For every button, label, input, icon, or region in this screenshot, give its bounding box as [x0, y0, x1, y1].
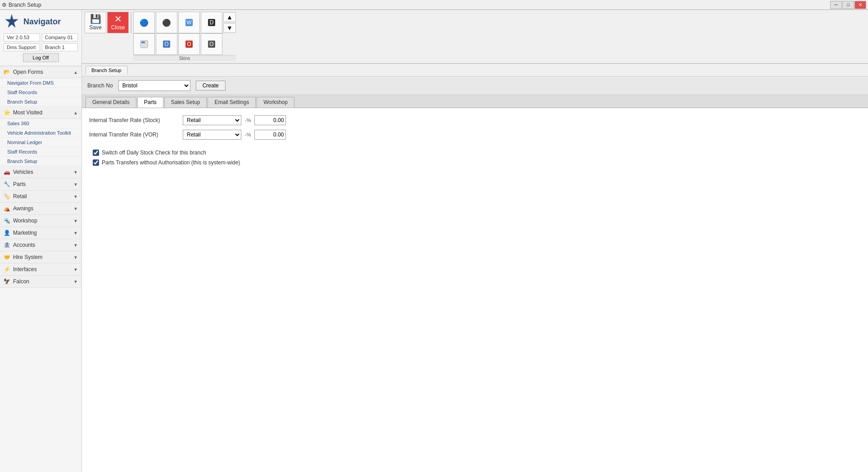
transfer-stock-select[interactable]: Retail Cost Trade: [183, 115, 241, 125]
retail-title: 🏷️ Retail: [4, 193, 27, 200]
hire-system-section[interactable]: 🤝 Hire System ▼: [0, 251, 81, 263]
open-forms-items: Navigator From DMS Staff Records Branch …: [0, 78, 81, 107]
marketing-icon: 👤: [4, 230, 10, 236]
most-visited-section[interactable]: ⭐ Most Visited ▲: [0, 107, 81, 119]
hire-system-title: 🤝 Hire System: [4, 254, 42, 260]
parts-title: 🔧 Parts: [4, 181, 26, 187]
transfer-vor-select[interactable]: Retail Cost Trade: [183, 130, 241, 140]
parts-transfer-checkbox[interactable]: [93, 159, 99, 166]
sidebar-item-vehicle-admin[interactable]: Vehicle Administration Toolkit: [0, 128, 81, 138]
interfaces-title: ⚡ Interfaces: [4, 266, 37, 272]
toolbar: 💾 Save ✕ Close 🔵 ⚫ W: [82, 10, 868, 64]
daily-stock-check-row: Switch off Daily Stock Check for this br…: [89, 150, 861, 156]
svg-rect-6: [141, 41, 145, 43]
title-bar-text: Branch Setup: [9, 2, 41, 8]
tabs-row: General Details Parts Sales Setup Email …: [82, 95, 868, 108]
create-button[interactable]: Create: [196, 81, 226, 91]
skin-btn-8[interactable]: O: [201, 33, 222, 55]
accounts-section[interactable]: 🏦 Accounts ▼: [0, 239, 81, 251]
accounts-icon: 🏦: [4, 242, 10, 248]
sidebar-logo: Navigator: [4, 14, 78, 30]
sidebar-item-sales360[interactable]: Sales 360: [0, 119, 81, 128]
breadcrumb-tab[interactable]: Branch Setup: [86, 66, 127, 74]
close-icon: ✕: [114, 14, 122, 23]
restore-button[interactable]: □: [842, 1, 854, 9]
parts-panel: Internal Transfer Rate (Stock) Retail Co…: [82, 108, 868, 472]
sidebar-item-navigator-from-dms[interactable]: Navigator From DMS: [0, 78, 81, 88]
skin-btn-2[interactable]: ⚫: [156, 12, 177, 33]
interfaces-arrow: ▼: [73, 267, 78, 272]
toolbar-group-main: 💾 Save ✕ Close: [85, 12, 129, 33]
vehicles-arrow: ▼: [73, 170, 78, 175]
transfer-stock-value[interactable]: [254, 115, 286, 125]
skin-scroll-up[interactable]: ▲: [223, 12, 236, 22]
parts-arrow: ▼: [73, 182, 78, 187]
skin-scroll-down[interactable]: ▼: [223, 23, 236, 33]
workshop-icon: 🔩: [4, 218, 10, 224]
transfer-stock-row: Internal Transfer Rate (Stock) Retail Co…: [89, 115, 861, 125]
accounts-title: 🏦 Accounts: [4, 242, 35, 248]
save-button[interactable]: 💾 Save: [85, 12, 106, 33]
skin-icon-7: O: [185, 40, 194, 49]
transfer-vor-value[interactable]: [254, 130, 286, 140]
interfaces-section[interactable]: ⚡ Interfaces ▼: [0, 263, 81, 276]
save-icon: 💾: [90, 14, 101, 23]
close-button[interactable]: ✕ Close: [107, 12, 129, 33]
open-forms-title: 📂 Open Forms: [4, 69, 43, 75]
workshop-section[interactable]: 🔩 Workshop ▼: [0, 215, 81, 227]
sidebar-info-row1: Ver 2.0.53 Company 01: [4, 33, 78, 41]
skin-btn-4[interactable]: D: [201, 12, 222, 33]
content-area: Branch Setup Branch No Bristol Branch 1 …: [82, 64, 868, 472]
tab-general-details[interactable]: General Details: [86, 97, 136, 108]
vehicles-section[interactable]: 🚗 Vehicles ▼: [0, 166, 81, 178]
retail-section[interactable]: 🏷️ Retail ▼: [0, 191, 81, 203]
retail-arrow: ▼: [73, 194, 78, 199]
falcon-icon: 🦅: [4, 278, 10, 285]
minimize-button[interactable]: ─: [830, 1, 842, 9]
awnings-section[interactable]: ⛺ Awnings ▼: [0, 203, 81, 215]
skin-btn-3[interactable]: W: [178, 12, 200, 33]
app-icon: ⚙: [2, 2, 7, 8]
log-off-button[interactable]: Log Off: [23, 53, 59, 62]
sidebar-content: 📂 Open Forms ▲ Navigator From DMS Staff …: [0, 66, 81, 472]
sidebar-item-staff-records-2[interactable]: Staff Records: [0, 147, 81, 157]
falcon-arrow: ▼: [73, 279, 78, 284]
version-box: Ver 2.0.53: [4, 33, 40, 41]
skin-icon-8: O: [207, 40, 216, 49]
close-window-button[interactable]: ✕: [854, 1, 866, 9]
sidebar-item-branch-setup-1[interactable]: Branch Setup: [0, 97, 81, 107]
skin-icon-4: D: [207, 18, 216, 27]
sidebar-item-nominal-ledger[interactable]: Nominal Ledger: [0, 138, 81, 147]
svg-text:O: O: [164, 41, 168, 47]
awnings-title: ⛺ Awnings: [4, 205, 33, 212]
falcon-section[interactable]: 🦅 Falcon ▼: [0, 276, 81, 288]
most-visited-icon: ⭐: [4, 109, 10, 116]
parts-section[interactable]: 🔧 Parts ▼: [0, 178, 81, 191]
skin-scroll-btns: ▲ ▼: [223, 12, 236, 33]
branch-select[interactable]: Bristol Branch 1 Branch 2: [118, 80, 190, 91]
most-visited-title: ⭐ Most Visited: [4, 109, 42, 116]
svg-text:O: O: [187, 41, 191, 47]
open-forms-section[interactable]: 📂 Open Forms ▲: [0, 66, 81, 78]
tab-email-settings[interactable]: Email Settings: [208, 97, 256, 108]
sidebar-item-staff-records-1[interactable]: Staff Records: [0, 88, 81, 97]
tab-sales-setup[interactable]: Sales Setup: [164, 97, 207, 108]
skin-btn-1[interactable]: 🔵: [133, 12, 155, 33]
spacer: [89, 144, 861, 150]
skin-btn-5[interactable]: [133, 33, 155, 55]
sidebar-item-branch-setup-2[interactable]: Branch Setup: [0, 157, 81, 166]
tab-workshop[interactable]: Workshop: [257, 97, 294, 108]
daily-stock-checkbox[interactable]: [93, 150, 99, 156]
vehicles-icon: 🚗: [4, 169, 10, 175]
skin-icon-6: O: [162, 40, 171, 49]
title-bar-right: ─ □ ✕: [830, 1, 866, 9]
most-visited-arrow: ▲: [73, 110, 78, 115]
tab-parts[interactable]: Parts: [137, 97, 163, 108]
parts-transfer-label: Parts Transfers without Authorisation (t…: [102, 159, 240, 166]
svg-marker-0: [5, 14, 18, 27]
skin-btn-7[interactable]: O: [178, 33, 200, 55]
sidebar-header: Navigator Ver 2.0.53 Company 01 Dms Supp…: [0, 10, 81, 66]
marketing-section[interactable]: 👤 Marketing ▼: [0, 227, 81, 239]
accounts-arrow: ▼: [73, 243, 78, 248]
skin-btn-6[interactable]: O: [156, 33, 177, 55]
